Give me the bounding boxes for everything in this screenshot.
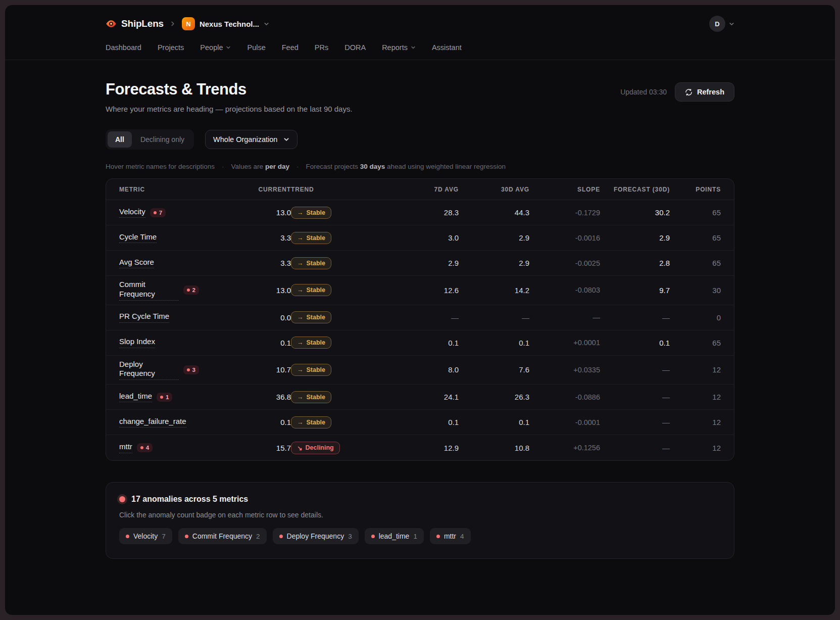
chip-label: lead_time (379, 532, 410, 540)
metric-name[interactable]: Deploy Frequency (119, 360, 179, 380)
anomaly-chip-mttr[interactable]: mttr4 (430, 528, 471, 544)
account-menu[interactable]: D (709, 16, 734, 32)
anomaly-count-badge[interactable]: 1 (157, 393, 172, 402)
chip-count: 3 (348, 533, 352, 540)
metric-cell: Deploy Frequency3 (119, 360, 199, 380)
avg30-value: 2.9 (459, 233, 529, 242)
metric-name[interactable]: Velocity (119, 207, 145, 218)
points-value: 65 (670, 339, 721, 347)
trend-badge: →Stable (291, 337, 331, 349)
nav-item-label: People (200, 43, 223, 52)
metric-name[interactable]: Avg Score (119, 258, 154, 269)
avg30-value: 44.3 (459, 208, 529, 217)
anomaly-dot-icon (154, 211, 157, 214)
anomaly-chip-velocity[interactable]: Velocity7 (119, 528, 172, 544)
app-window: ShipLens N Nexus Technol... D (5, 5, 835, 615)
table-row: Avg Score3.3→Stable2.92.9-0.00252.865 (106, 251, 734, 276)
anomaly-count-badge[interactable]: 3 (183, 365, 199, 374)
trend-badge: ↘Declining (291, 442, 340, 454)
forecast-value: — (600, 393, 670, 401)
metric-name[interactable]: change_failure_rate (119, 417, 186, 428)
main-nav: DashboardProjectsPeoplePulseFeedPRsDORAR… (106, 43, 734, 60)
anomaly-chip-deploy-frequency[interactable]: Deploy Frequency3 (273, 528, 359, 544)
segment-declining-only[interactable]: Declining only (133, 131, 192, 148)
forecast-value: 0.1 (600, 339, 670, 347)
anomaly-count: 2 (192, 287, 195, 293)
column-header-points: Points (670, 186, 721, 193)
metric-name[interactable]: mttr (119, 442, 132, 453)
slope-value: +0.1256 (529, 444, 600, 452)
slope-value: -0.0803 (529, 286, 600, 294)
nav-item-projects[interactable]: Projects (158, 43, 184, 52)
nav-item-assistant[interactable]: Assistant (432, 43, 462, 52)
trend-label: Stable (307, 339, 326, 346)
trend-cell: →Stable (291, 232, 383, 244)
chip-count: 1 (413, 533, 417, 540)
anomaly-dot-icon (140, 446, 143, 449)
nav-item-people[interactable]: People (200, 43, 231, 52)
nav-item-feed[interactable]: Feed (282, 43, 299, 52)
anomaly-dot-icon (185, 535, 188, 538)
avg7-value: 2.9 (383, 259, 459, 267)
slope-value: -0.0025 (529, 259, 600, 267)
anomaly-dot-icon (187, 289, 190, 292)
trend-label: Stable (307, 209, 326, 216)
current-value: 3.3 (244, 259, 291, 267)
segment-all[interactable]: All (108, 131, 132, 148)
nav-item-label: PRs (315, 43, 328, 52)
trend-label: Stable (307, 260, 326, 267)
column-header-trend: Trend (291, 186, 383, 193)
forecast-value: — (600, 418, 670, 426)
metric-name[interactable]: Commit Frequency (119, 280, 179, 301)
brand[interactable]: ShipLens (106, 18, 164, 29)
avg30-value: 26.3 (459, 393, 529, 401)
current-value: 13.0 (244, 286, 291, 295)
nav-item-reports[interactable]: Reports (382, 43, 416, 52)
page-title: Forecasts & Trends (106, 80, 353, 99)
anomaly-count-badge[interactable]: 7 (150, 208, 166, 217)
anomaly-count-badge[interactable]: 2 (183, 285, 199, 295)
trend-label: Declining (305, 444, 333, 451)
scope-select[interactable]: Whole Organization (205, 130, 298, 149)
trend-label: Stable (307, 234, 326, 242)
org-switcher[interactable]: N Nexus Technol... (182, 17, 269, 30)
chevron-down-icon (729, 21, 734, 27)
chip-label: mttr (444, 532, 456, 540)
slope-value: -0.0886 (529, 393, 600, 401)
current-value: 0.0 (244, 313, 291, 322)
nav-item-prs[interactable]: PRs (315, 43, 328, 52)
refresh-button[interactable]: Refresh (675, 82, 734, 102)
points-value: 65 (670, 259, 721, 267)
current-value: 15.7 (244, 444, 291, 452)
avg7-value: 8.0 (383, 365, 459, 374)
metric-name[interactable]: Cycle Time (119, 232, 157, 244)
main-content: Forecasts & Trends Where your metrics ar… (106, 80, 734, 559)
chip-count: 7 (162, 533, 166, 540)
anomaly-summary-panel: 17 anomalies across 5 metrics Click the … (106, 482, 734, 559)
metric-name[interactable]: Slop Index (119, 337, 155, 348)
avg7-value: 12.9 (383, 444, 459, 452)
nav-item-dashboard[interactable]: Dashboard (106, 43, 141, 52)
metric-cell: mttr4 (119, 442, 199, 453)
table-body: Velocity713.0→Stable28.344.3-0.172930.26… (106, 200, 734, 460)
nav-item-pulse[interactable]: Pulse (247, 43, 265, 52)
column-header-current: Current (244, 186, 291, 193)
nav-item-dora[interactable]: DORA (344, 43, 366, 52)
metric-name[interactable]: lead_time (119, 392, 152, 403)
anomaly-chip-commit-frequency[interactable]: Commit Frequency2 (178, 528, 267, 544)
anomaly-dot-icon (371, 535, 375, 538)
anomaly-count: 3 (192, 367, 195, 373)
points-value: 65 (670, 233, 721, 242)
anomaly-count-badge[interactable]: 4 (137, 443, 153, 452)
metric-name[interactable]: PR Cycle Time (119, 312, 169, 323)
current-value: 0.1 (244, 339, 291, 347)
points-value: 12 (670, 418, 721, 426)
chip-label: Commit Frequency (192, 532, 252, 540)
anomaly-chip-lead-time[interactable]: lead_time1 (365, 528, 424, 544)
avg30-value: — (459, 313, 529, 322)
chevron-down-icon (283, 136, 289, 142)
chevron-down-icon (411, 45, 416, 50)
table-row: PR Cycle Time0.0→Stable————0 (106, 305, 734, 330)
forecast-value: 9.7 (600, 286, 670, 295)
chevron-down-icon (226, 45, 231, 50)
